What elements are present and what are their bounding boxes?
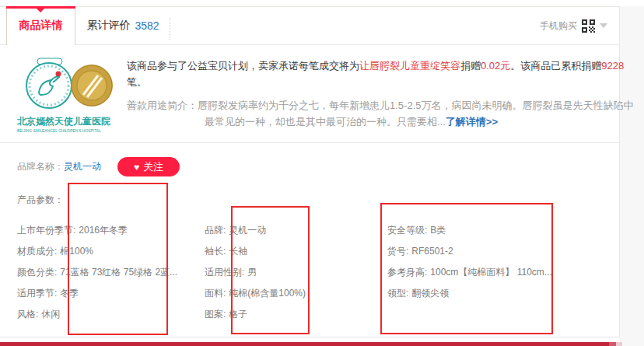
hospital-logo: 北京嫣然天使儿童医院 BEIJING SMILEANGEL CHILDREN'S… <box>17 57 117 134</box>
charity-cause-link[interactable]: 让唇腭裂儿童重绽笑容 <box>359 60 460 72</box>
donation-count: 9228 <box>601 60 624 72</box>
product-detail-page: 商品详情 累计评价 3582 手机购买 <box>0 0 644 346</box>
charity-line-2: 笔。 <box>127 74 618 90</box>
follow-button[interactable]: ♥ 关注 <box>117 157 180 176</box>
fund-intro-text: 最常见的一种，却也是其中最可治的一种。只需要相... <box>205 116 446 128</box>
params-title: 产品参数： <box>17 194 64 207</box>
chevron-down-icon <box>600 23 607 32</box>
param-label: 材质成分: <box>17 246 57 257</box>
param-label: 面料: <box>205 288 226 299</box>
fund-intro-line-1: 善款用途简介：唇腭裂发病率约为千分之七，每年新增患儿1.5-2.5万名，病因尚未… <box>127 97 618 114</box>
charity-text-segment: 捐赠 <box>460 60 481 72</box>
heart-icon: ♥ <box>134 163 139 172</box>
mobile-buy-button[interactable]: 手机购买 <box>540 7 607 44</box>
params-section-border <box>0 337 619 337</box>
brand-row: 品牌名称： 灵机一动 <box>17 160 101 173</box>
next-section-header-bar <box>0 342 622 346</box>
charity-text-segment: 。该商品已累积捐赠 <box>510 60 601 72</box>
reviews-count: 3582 <box>135 19 159 32</box>
brand-label: 品牌名称： <box>17 160 64 173</box>
param-label: 图案: <box>205 309 226 320</box>
annotation-box-3 <box>380 203 553 334</box>
param-value: 休闲 <box>41 309 60 320</box>
annotation-box-1 <box>68 183 168 335</box>
charity-line-1: 该商品参与了公益宝贝计划，卖家承诺每笔成交将为让唇腭裂儿童重绽笑容捐赠0.02元… <box>127 58 618 74</box>
page-background-strip <box>620 6 644 346</box>
charity-text-segment: 该商品参与了公益宝贝计划，卖家承诺每笔成交将为 <box>127 60 359 72</box>
brand-name-link[interactable]: 灵机一动 <box>64 160 101 173</box>
donation-amount: 0.02元 <box>481 60 510 72</box>
mobile-buy-label: 手机购买 <box>540 19 577 33</box>
hospital-name: 北京嫣然天使儿童医院 <box>17 115 117 128</box>
hospital-name-en: BEIJING SMILEANGEL CHILDREN'S HOSPITAL <box>17 128 99 133</box>
charity-description: 该商品参与了公益宝贝计划，卖家承诺每笔成交将为让唇腭裂儿童重绽笑容捐赠0.02元… <box>127 58 618 130</box>
tabbar-bottom-border <box>0 44 620 45</box>
active-tab-arrow-icon <box>37 9 44 16</box>
tab-reviews[interactable]: 累计评价 3582 <box>76 7 170 44</box>
fund-intro-line-2: 最常见的一种，却也是其中最可治的一种。只需要相...了解详情>> <box>127 114 618 130</box>
tab-separator <box>170 18 170 40</box>
param-label: 袖长: <box>205 246 226 257</box>
learn-more-link[interactable]: 了解详情>> <box>446 116 498 128</box>
param-label: 适用季节: <box>17 288 57 299</box>
hospital-logo-emblem <box>17 57 117 111</box>
tab-reviews-label: 累计评价 <box>86 19 130 33</box>
charity-section-border <box>0 142 620 143</box>
follow-button-label: 关注 <box>143 160 163 174</box>
param-label: 颜色分类: <box>17 267 57 278</box>
qr-code-icon <box>582 19 595 33</box>
param-label: 品牌: <box>205 225 226 236</box>
param-label: 风格: <box>17 309 38 320</box>
annotation-box-2 <box>231 206 310 334</box>
charity-fund-intro: 善款用途简介：唇腭裂发病率约为千分之七，每年新增患儿1.5-2.5万名，病因尚未… <box>127 97 618 130</box>
container-right-border <box>619 6 620 337</box>
